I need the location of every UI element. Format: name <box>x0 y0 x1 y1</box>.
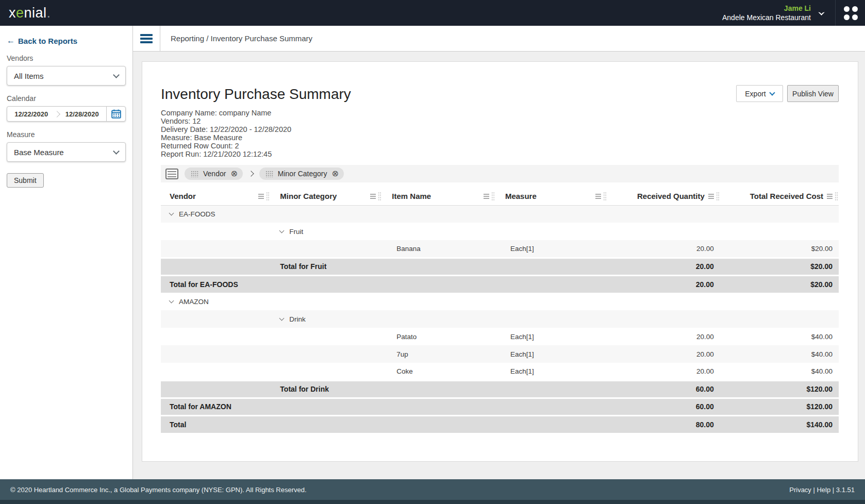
total-row-total-for-drink: Total for Drink60.00$120.00 <box>161 380 839 398</box>
column-header-inner: Item Name <box>383 192 496 200</box>
table-cell <box>496 293 608 310</box>
back-to-reports-link[interactable]: ← Back to Reports <box>7 36 126 45</box>
date-start-field[interactable]: 12/22/2020 <box>7 110 56 118</box>
publish-view-button[interactable]: Publish View <box>787 85 839 102</box>
column-header-inner: Vendor <box>161 192 271 200</box>
privacy-link[interactable]: Privacy <box>789 486 811 494</box>
column-menu-icon[interactable] <box>595 192 606 200</box>
column-header-received-quantity[interactable]: Received Quantity <box>608 188 720 205</box>
table-cell <box>496 223 608 240</box>
report-meta-line: Returned Row Count: 2 <box>161 142 839 150</box>
main-area: Reporting / Inventory Purchase Summary I… <box>133 26 865 479</box>
user-location: Andele Mexican Restaurant <box>722 13 811 22</box>
help-link[interactable]: Help <box>817 486 830 494</box>
table-cell <box>496 205 608 223</box>
total-received-cost-cell: $40.00 <box>720 345 839 363</box>
table-cell <box>496 275 608 293</box>
vendors-select[interactable]: All Items <box>7 66 126 86</box>
received-quantity-cell: 60.00 <box>608 380 720 398</box>
date-range-picker[interactable]: 12/22/2020 12/28/2020 <box>7 106 126 122</box>
column-menu-icon[interactable] <box>484 192 494 200</box>
grouping-pill-vendor[interactable]: Vendor⊗ <box>185 167 243 180</box>
table-cell <box>496 258 608 275</box>
received-quantity-cell: 20.00 <box>608 275 720 293</box>
report-meta-line: Measure: Base Measure <box>161 133 839 142</box>
report-meta-line: Report Run: 12/21/2020 12:12:45 <box>161 150 839 158</box>
version-label: 3.1.51 <box>836 486 855 494</box>
column-header-vendor[interactable]: Vendor <box>161 188 271 205</box>
column-menu-bars <box>370 196 376 197</box>
measure-cell: Each[1] <box>496 240 608 258</box>
group-cell: EA-FOODS <box>170 210 265 218</box>
column-header-inner: Measure <box>496 192 608 200</box>
item-row-coke: CokeEach[1]20.00$40.00 <box>161 363 839 380</box>
table-cell <box>271 363 383 380</box>
xenial-logo[interactable]: xenial. <box>9 5 51 21</box>
measure-select[interactable]: Base Measure <box>7 142 126 162</box>
table-cell: Fruit <box>271 223 383 240</box>
pill-separator-icon <box>248 171 254 176</box>
column-menu-bars <box>595 196 601 197</box>
column-menu-bars <box>484 196 489 197</box>
received-quantity-cell: 60.00 <box>608 398 720 415</box>
footer-separator: | <box>830 486 836 494</box>
column-menu-icon[interactable] <box>708 192 719 200</box>
received-quantity-cell: 20.00 <box>608 240 720 258</box>
table-cell: EA-FOODS <box>161 205 271 223</box>
table-cell <box>161 380 271 398</box>
remove-icon[interactable]: ⊗ <box>230 170 237 178</box>
column-header-item-name[interactable]: Item Name <box>383 188 496 205</box>
column-menu-icon[interactable] <box>827 192 838 200</box>
table-cell <box>608 293 720 310</box>
measure-cell: Each[1] <box>496 328 608 345</box>
export-button[interactable]: Export <box>736 85 783 102</box>
remove-icon[interactable]: ⊗ <box>331 170 338 178</box>
grouping-settings-icon[interactable] <box>165 169 178 179</box>
grouping-pill-minor-category[interactable]: Minor Category⊗ <box>259 167 344 180</box>
top-bar: xenial. Jame Li Andele Mexican Restauran… <box>0 0 865 26</box>
footer-links: Privacy | Help | 3.1.51 <box>789 486 855 494</box>
user-menu[interactable]: Jame Li Andele Mexican Restaurant <box>722 4 811 22</box>
total-row-total-for-fruit: Total for Fruit20.00$20.00 <box>161 258 839 275</box>
drag-handle-icon[interactable] <box>191 171 198 177</box>
total-label-cell: Total for Drink <box>271 380 383 398</box>
column-header-minor-category[interactable]: Minor Category <box>271 188 383 205</box>
user-name: Jame Li <box>722 4 811 13</box>
calendar-icon <box>111 109 121 119</box>
column-header-total-received-cost[interactable]: Total Received Cost <box>720 188 839 205</box>
collapse-chevron-icon[interactable] <box>169 298 174 303</box>
collapse-chevron-icon[interactable] <box>279 228 285 233</box>
measure-select-value: Base Measure <box>14 148 64 157</box>
column-menu-bars <box>827 196 833 197</box>
column-header-inner: Received Quantity <box>608 192 720 200</box>
table-cell <box>496 380 608 398</box>
apps-grid-icon[interactable] <box>844 6 858 20</box>
table-cell <box>720 293 839 310</box>
collapse-chevron-icon[interactable] <box>169 210 174 215</box>
table-cell <box>383 205 496 223</box>
submit-button[interactable]: Submit <box>7 173 44 188</box>
column-header-inner: Minor Category <box>271 192 383 200</box>
total-received-cost-cell: $120.00 <box>720 398 839 415</box>
report-meta-line: Company Name: company Name <box>161 109 839 117</box>
group-row-amazon: AMAZON <box>161 293 839 310</box>
item-name-cell: Coke <box>383 363 496 380</box>
collapse-chevron-icon[interactable] <box>279 315 285 321</box>
column-menu-icon[interactable] <box>370 192 381 200</box>
report-table: VendorMinor CategoryItem NameMeasureRece… <box>161 188 839 433</box>
logo-accent-letter: e <box>16 5 24 21</box>
group-label: Fruit <box>289 228 303 236</box>
column-menu-icon[interactable] <box>258 192 269 200</box>
hamburger-menu-icon[interactable] <box>133 26 160 52</box>
table-cell <box>383 380 496 398</box>
date-end-field[interactable]: 12/28/2020 <box>58 110 107 118</box>
report-actions: Export Publish View <box>736 85 839 102</box>
total-label-cell: Total <box>161 415 271 433</box>
calendar-button[interactable] <box>106 107 125 121</box>
drag-handle-icon[interactable] <box>265 171 273 177</box>
column-header-measure[interactable]: Measure <box>496 188 608 205</box>
table-cell <box>608 223 720 240</box>
received-quantity-cell: 20.00 <box>608 363 720 380</box>
table-cell <box>271 328 383 345</box>
chevron-down-icon[interactable] <box>818 9 825 15</box>
